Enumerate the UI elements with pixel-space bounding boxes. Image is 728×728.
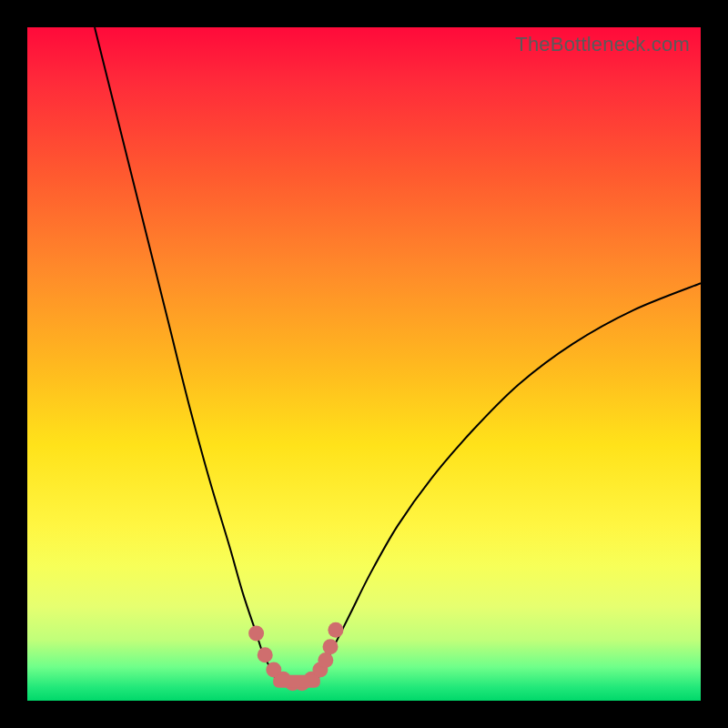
marker-bottom-bar bbox=[273, 675, 320, 688]
chart-svg bbox=[27, 27, 701, 701]
marker-dot bbox=[323, 639, 339, 654]
marker-dot bbox=[258, 647, 273, 662]
right-curve bbox=[317, 283, 701, 681]
chart-frame: TheBottleneck.com bbox=[0, 0, 728, 728]
plot-area: TheBottleneck.com bbox=[27, 27, 701, 701]
marker-dot bbox=[248, 626, 264, 642]
left-curve bbox=[95, 27, 277, 681]
marker-dot bbox=[318, 652, 333, 668]
marker-dot bbox=[328, 622, 343, 638]
